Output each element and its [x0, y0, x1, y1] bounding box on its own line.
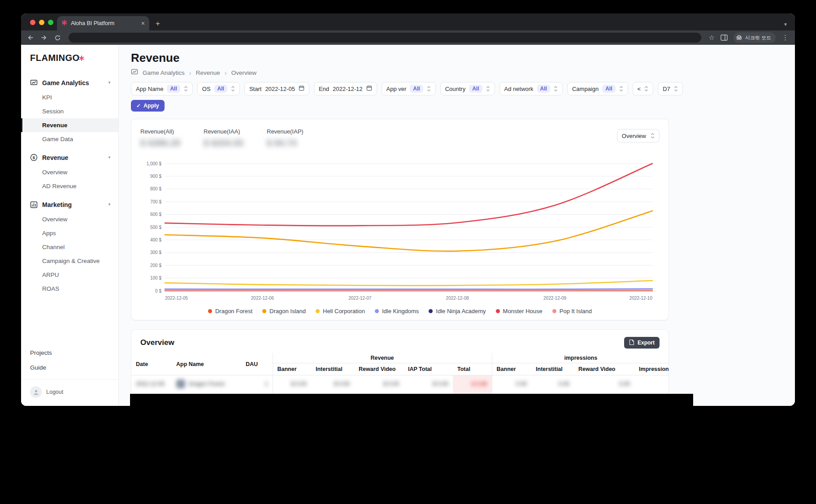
sidebar-item-overview[interactable]: Overview	[21, 165, 118, 179]
logout-button[interactable]: Logout	[21, 379, 118, 401]
sidebar-link-guide[interactable]: Guide	[21, 360, 118, 375]
filter-period[interactable]: D7	[658, 82, 683, 95]
side-panel-icon[interactable]	[720, 34, 728, 42]
back-button[interactable]	[26, 34, 35, 42]
breadcrumb-item-overview[interactable]: Overview	[231, 69, 256, 76]
incognito-icon	[736, 34, 742, 42]
filter-app-name[interactable]: App NameAll	[131, 82, 193, 95]
breadcrumb-item-revenue[interactable]: Revenue	[196, 69, 220, 76]
group-header-revenue: Revenue	[273, 353, 492, 363]
sidebar-link-projects[interactable]: Projects	[21, 345, 118, 360]
filter-value-badge: All	[537, 85, 550, 93]
legend-item-idle-kingdoms[interactable]: Idle Kingdoms	[375, 308, 419, 314]
legend-item-monster-house[interactable]: Monster House	[496, 308, 543, 314]
filter-label: App ver	[386, 86, 407, 92]
svg-text:2022-12-06: 2022-12-06	[251, 296, 274, 301]
legend-dot-monster-house	[496, 309, 500, 313]
sidebar-item-overview[interactable]: Overview	[21, 212, 118, 226]
browser-tab[interactable]: Aloha BI Platform ×	[57, 16, 149, 30]
filter-start-date[interactable]: Start2022-12-05	[244, 82, 309, 95]
filter-campaign[interactable]: CampaignAll	[567, 82, 628, 95]
export-button[interactable]: Export	[624, 337, 660, 349]
sidebar-section-header-marketing[interactable]: Marketing▼	[21, 197, 118, 212]
sidebar-section-game-analytics: Game Analytics▼KPISessionRevenueGame Dat…	[21, 75, 118, 146]
minimize-window-button[interactable]	[39, 20, 44, 25]
sidebar-item-channel[interactable]: Channel	[21, 240, 118, 254]
zoom-window-button[interactable]	[48, 20, 53, 25]
app-logo-text: FLAMINGO	[30, 53, 80, 63]
column-header-total: Total	[453, 363, 492, 375]
sidebar-section-header-revenue[interactable]: $Revenue▼	[21, 150, 118, 165]
updown-chevron-icon	[554, 86, 558, 92]
sidebar-item-game-data[interactable]: Game Data	[21, 132, 118, 146]
filter-country[interactable]: CountryAll	[440, 82, 495, 95]
svg-text:400 $: 400 $	[150, 237, 161, 242]
filter-ad-network[interactable]: Ad networkAll	[499, 82, 563, 95]
sidebar-item-session[interactable]: Session	[21, 104, 118, 118]
close-window-button[interactable]	[30, 20, 35, 25]
legend-item-pop-it-island[interactable]: Pop It Island	[552, 308, 592, 314]
table-row: 2022-12-05Dragon Forest1$ 0.00$ 0.00$ 0.…	[131, 375, 669, 393]
sidebar-item-arpu[interactable]: ARPU	[21, 268, 118, 282]
filter-os[interactable]: OSAll	[197, 82, 240, 95]
column-header-interstitial: Interstitial	[311, 363, 354, 375]
metric-value: $ 84.74	[267, 138, 330, 148]
updown-chevron-icon	[184, 86, 188, 92]
app-logo[interactable]: FLAMINGO	[21, 53, 118, 63]
browser-menu-icon[interactable]: ⋮	[781, 34, 790, 42]
reload-button[interactable]	[53, 34, 61, 42]
sidebar-section-label: Marketing	[42, 201, 72, 208]
filter-app-ver[interactable]: App verAll	[382, 82, 436, 95]
series-line-monster-house	[165, 164, 652, 226]
tab-close-icon[interactable]: ×	[141, 20, 145, 27]
sidebar-item-ad-revenue[interactable]: AD Revenue	[21, 179, 118, 193]
legend-item-dragon-island[interactable]: Dragon Island	[262, 308, 306, 314]
apply-button[interactable]: ✓ Apply	[131, 100, 165, 112]
column-header-date: Date	[131, 353, 172, 375]
column-header-impression: Impression /	[634, 363, 669, 375]
forward-button[interactable]	[40, 34, 48, 42]
cell-revenue: $ 0.00	[404, 375, 453, 393]
calendar-icon	[299, 85, 304, 92]
address-bar[interactable]	[69, 33, 701, 43]
chart-view-select[interactable]: Overview	[617, 129, 660, 142]
legend-dot-idle-ninja-academy	[429, 309, 433, 313]
legend-label: Monster House	[503, 308, 543, 314]
legend-item-idle-ninja-academy[interactable]: Idle Ninja Academy	[429, 308, 486, 314]
updown-chevron-icon	[674, 86, 678, 92]
updown-chevron-icon	[486, 86, 490, 92]
cell-revenue: $ 0.00	[273, 375, 311, 393]
legend-label: Pop It Island	[560, 308, 592, 314]
bookmark-star-icon[interactable]: ☆	[708, 34, 714, 42]
chevron-down-icon: ▼	[108, 202, 111, 207]
cell-impression	[634, 375, 669, 393]
filter-label: Country	[445, 86, 466, 92]
legend-item-dragon-forest[interactable]: Dragon Forest	[208, 308, 252, 314]
incognito-profile-badge[interactable]: 시크릿 모드	[734, 32, 776, 43]
series-line-idle-kingdoms	[165, 289, 652, 289]
revenue-line-chart: 0 $100 $200 $300 $400 $500 $600 $700 $80…	[140, 159, 660, 307]
filter-end-date[interactable]: End2022-12-12	[314, 82, 377, 95]
sidebar-item-revenue[interactable]: Revenue	[21, 118, 118, 132]
sidebar-item-apps[interactable]: Apps	[21, 226, 118, 240]
cell-date: 2022-12-05	[131, 375, 172, 393]
sidebar: FLAMINGO Game Analytics▼KPISessionRevenu…	[21, 45, 119, 406]
metric-value: $ 6204.55	[204, 138, 267, 148]
filter-comparison[interactable]: <	[633, 82, 654, 95]
new-tab-button[interactable]: +	[156, 20, 160, 27]
page-title: Revenue	[131, 51, 795, 65]
sidebar-nav: Game Analytics▼KPISessionRevenueGame Dat…	[21, 75, 118, 299]
sidebar-item-kpi[interactable]: KPI	[21, 90, 118, 104]
revenue-metrics: Revenue(All)$ 6386.29Revenue(IAA)$ 6204.…	[140, 128, 660, 148]
sidebar-item-roas[interactable]: ROAS	[21, 282, 118, 296]
svg-text:2022-12-09: 2022-12-09	[543, 296, 567, 301]
metric-revenue-all: Revenue(All)$ 6386.29	[140, 128, 204, 148]
legend-item-hell-corporation[interactable]: Hell Corporation	[316, 308, 365, 314]
legend-label: Idle Kingdoms	[382, 308, 419, 314]
dollar-icon: $	[30, 154, 38, 161]
column-header-reward-video: Reward Video	[574, 363, 634, 375]
breadcrumb-item-game-analytics[interactable]: Game Analytics	[143, 69, 185, 76]
tab-search-chevron-icon[interactable]: ▼	[783, 22, 788, 27]
sidebar-item-campaign-creative[interactable]: Campaign & Creative	[21, 254, 118, 268]
sidebar-section-header-game-analytics[interactable]: Game Analytics▼	[21, 75, 118, 90]
